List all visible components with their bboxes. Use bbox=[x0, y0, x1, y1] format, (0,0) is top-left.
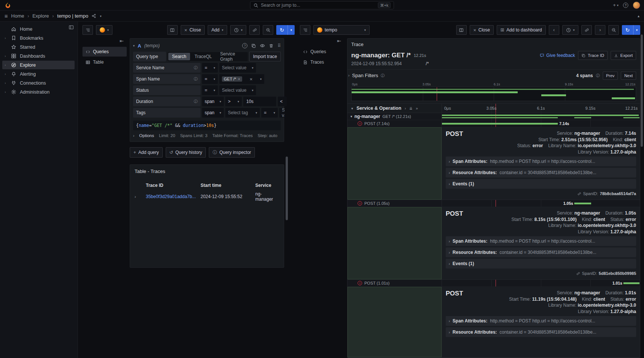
span-bar[interactable] bbox=[574, 203, 591, 204]
span-row[interactable]: !POST (1.05s) 1.05s bbox=[347, 200, 640, 207]
remove-query-icon[interactable] bbox=[269, 43, 274, 48]
query-history-button[interactable]: ↺Query history bbox=[166, 147, 206, 158]
resource-attributes-row[interactable]: ›Resource Attributes:container.id = 304f… bbox=[446, 327, 636, 337]
breadcrumb-explore[interactable]: Explore bbox=[32, 13, 49, 19]
column-start-time[interactable]: Start time bbox=[201, 183, 255, 188]
span-name-value[interactable]: GET /*× × ▾ bbox=[219, 74, 264, 84]
service-name-operator[interactable]: =▾ bbox=[202, 63, 218, 73]
column-trace-id[interactable]: Trace ID bbox=[146, 183, 201, 188]
tag-operator[interactable]: =▾ bbox=[261, 108, 278, 118]
export-button[interactable]: Export bbox=[611, 51, 636, 60]
menu-toggle-icon[interactable]: ≡ bbox=[4, 13, 8, 19]
column-service[interactable]: Service bbox=[255, 183, 279, 188]
shift-time-forward-button[interactable]: › bbox=[595, 25, 605, 35]
split-view-button[interactable] bbox=[456, 25, 467, 35]
events-row[interactable]: ›Events (1) bbox=[446, 179, 636, 189]
hide-query-icon[interactable] bbox=[260, 43, 265, 48]
span-row[interactable]: !POST (7.14s) 7.14s bbox=[347, 120, 640, 127]
span-name-operator[interactable]: =▾ bbox=[202, 74, 218, 84]
close-pane-button[interactable]: ×Close bbox=[181, 25, 205, 35]
collapse-all-icon[interactable]: ⇊ bbox=[409, 106, 412, 110]
duration-value-input[interactable] bbox=[243, 97, 276, 106]
collapse-rail-icon[interactable]: ⇤ bbox=[120, 38, 124, 44]
tags-scope[interactable]: span▾ bbox=[202, 108, 224, 118]
copy-link-button[interactable] bbox=[581, 25, 592, 35]
span-bar[interactable] bbox=[442, 123, 558, 125]
clear-value-icon[interactable]: × bbox=[250, 76, 253, 82]
zoom-out-button[interactable] bbox=[608, 25, 619, 35]
breadcrumb-home[interactable]: Home bbox=[11, 13, 24, 19]
events-row[interactable]: ›Events (1) bbox=[446, 259, 636, 268]
resource-attributes-row[interactable]: ›Resource Attributes:container.id = 304f… bbox=[446, 248, 636, 257]
span-row[interactable]: !POST (1.01s) 1.01s bbox=[347, 280, 640, 287]
duration-operator[interactable]: >▾ bbox=[225, 97, 242, 106]
grafana-logo[interactable] bbox=[4, 2, 12, 9]
sidebar-item-dashboards[interactable]: ›Dashboards bbox=[2, 52, 75, 60]
expand-all-icon[interactable]: » bbox=[416, 106, 418, 110]
collapse-one-icon[interactable]: ▾ bbox=[351, 106, 353, 110]
table-row[interactable]: › 35be0f3d29a01adda7b... 2024-12-09 15:5… bbox=[135, 191, 279, 203]
span-indent-area[interactable] bbox=[347, 207, 442, 279]
query-inspector-button[interactable]: ⓘQuery inspector bbox=[209, 147, 255, 158]
tag-select[interactable]: Select tag▾ bbox=[225, 108, 260, 118]
zoom-out-button[interactable] bbox=[263, 25, 273, 35]
close-pane-button[interactable]: ×Close bbox=[470, 25, 494, 35]
shift-time-back-button[interactable]: ‹ bbox=[549, 25, 559, 35]
add-menu-button[interactable]: Add▾ bbox=[208, 25, 227, 35]
drag-handle-icon[interactable]: ⠿ bbox=[277, 43, 281, 48]
copy-link-button[interactable] bbox=[249, 25, 260, 35]
query-options-row[interactable]: › Options Limit: 20 Spans Limit: 3 Table… bbox=[133, 133, 281, 138]
time-picker-button[interactable]: ▾ bbox=[230, 25, 246, 35]
give-feedback-link[interactable]: Give feedback bbox=[540, 53, 575, 58]
rail-item-queries[interactable]: Queries bbox=[82, 47, 127, 57]
query-type-service-graph[interactable]: Service Graph bbox=[216, 53, 247, 60]
sidebar-item-connections[interactable]: ›Connections bbox=[2, 79, 75, 87]
sidebar-item-bookmarks[interactable]: ›Bookmarks bbox=[2, 34, 75, 42]
trace-id-link[interactable]: 35be0f3d29a01adda7b... bbox=[146, 194, 201, 199]
user-avatar[interactable] bbox=[633, 1, 640, 9]
content-outline-button[interactable] bbox=[82, 25, 93, 35]
collapse-rail-icon[interactable]: ⇤ bbox=[337, 38, 341, 44]
span-name-chip[interactable]: GET /*× bbox=[222, 76, 242, 82]
run-query-button[interactable]: ↻▾ bbox=[622, 25, 640, 35]
search-input[interactable] bbox=[261, 3, 375, 8]
span-attributes-row[interactable]: ›Span Attributes:http.method = POST http… bbox=[446, 236, 636, 246]
status-operator[interactable]: =▾ bbox=[202, 85, 218, 95]
left-pane-scrollbar[interactable] bbox=[286, 157, 288, 220]
add-to-dashboard-button[interactable]: ⊞Add to dashboard bbox=[497, 25, 546, 35]
dock-menu-icon[interactable] bbox=[69, 25, 74, 30]
import-trace-button[interactable]: Import trace bbox=[249, 52, 281, 61]
query-help-icon[interactable]: ? bbox=[242, 43, 247, 48]
sidebar-item-explore[interactable]: ›Explore bbox=[2, 61, 75, 69]
query-type-traceql[interactable]: TraceQL bbox=[191, 53, 216, 60]
duplicate-query-icon[interactable] bbox=[251, 43, 256, 48]
duration-max-operator[interactable]: < bbox=[278, 97, 287, 106]
service-name-value[interactable]: Select value▾ bbox=[219, 63, 256, 73]
query-type-search[interactable]: Search bbox=[168, 53, 190, 60]
share-caret-icon[interactable]: ▾ bbox=[100, 14, 101, 18]
next-span-button[interactable]: Next bbox=[621, 72, 636, 80]
link-icon[interactable] bbox=[577, 192, 581, 196]
collapse-query-icon[interactable]: ▾ bbox=[133, 44, 135, 48]
sidebar-item-administration[interactable]: ›Administration bbox=[2, 88, 75, 96]
remove-chip-icon[interactable]: × bbox=[238, 77, 240, 81]
sidebar-item-home[interactable]: Home bbox=[2, 25, 75, 33]
global-search[interactable]: ⌘+k bbox=[250, 1, 394, 9]
add-query-button[interactable]: +Add query bbox=[130, 147, 163, 158]
datasource-picker-right[interactable]: tempo▾ bbox=[313, 25, 370, 35]
app-scrollbar[interactable] bbox=[641, 34, 643, 147]
trace-id-button[interactable]: Trace ID bbox=[578, 51, 608, 60]
root-span-bar[interactable] bbox=[442, 115, 639, 116]
root-span-row[interactable]: ▾ ng-manager GET /* (12.21s) bbox=[347, 113, 640, 120]
new-menu-button[interactable]: +▾ bbox=[613, 2, 619, 8]
run-query-button[interactable]: ↻▾ bbox=[276, 25, 295, 35]
sidebar-item-alerting[interactable]: ›Alerting bbox=[2, 70, 75, 78]
prev-span-button[interactable]: Prev bbox=[603, 72, 618, 80]
duration-scope[interactable]: span▾ bbox=[202, 97, 224, 106]
expand-row-icon[interactable]: › bbox=[135, 194, 146, 199]
span-filters-bar[interactable]: › Span Filters ⓘ 4 spans ⓘ Prev Next bbox=[347, 69, 640, 81]
link-icon[interactable] bbox=[576, 271, 580, 276]
span-bar[interactable] bbox=[623, 282, 640, 284]
tag-value[interactable]: Select va bbox=[279, 108, 285, 118]
expand-one-icon[interactable]: › bbox=[405, 106, 406, 110]
